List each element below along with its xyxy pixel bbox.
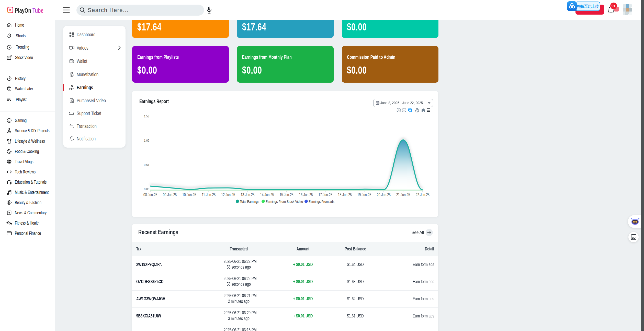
svg-text:09-Jun-25: 09-Jun-25 bbox=[163, 193, 177, 197]
svg-text:1.53: 1.53 bbox=[144, 114, 149, 118]
svg-text:0.51: 0.51 bbox=[144, 163, 149, 167]
svg-text:1.02: 1.02 bbox=[144, 139, 149, 142]
svg-text:Total Earnings: Total Earnings bbox=[240, 199, 259, 204]
svg-text:Earnings From ads: Earnings From ads bbox=[309, 199, 334, 204]
svg-text:16-Jun-25: 16-Jun-25 bbox=[299, 193, 313, 197]
svg-text:18-Jun-25: 18-Jun-25 bbox=[338, 193, 352, 197]
svg-text:08-Jun-25: 08-Jun-25 bbox=[143, 193, 157, 197]
svg-text:12-Jun-25: 12-Jun-25 bbox=[221, 193, 235, 197]
svg-text:22-Jun-25: 22-Jun-25 bbox=[416, 193, 430, 197]
svg-text:11-Jun-25: 11-Jun-25 bbox=[202, 193, 216, 197]
svg-text:0.00: 0.00 bbox=[144, 187, 149, 191]
svg-text:21-Jun-25: 21-Jun-25 bbox=[396, 193, 410, 197]
svg-text:Earnings From Stock Video: Earnings From Stock Video bbox=[266, 199, 303, 204]
svg-text:19-Jun-25: 19-Jun-25 bbox=[357, 193, 371, 197]
svg-text:13-Jun-25: 13-Jun-25 bbox=[241, 193, 254, 197]
svg-text:15-Jun-25: 15-Jun-25 bbox=[280, 193, 293, 197]
svg-text:14-Jun-25: 14-Jun-25 bbox=[260, 193, 274, 197]
svg-text:10-Jun-25: 10-Jun-25 bbox=[182, 193, 196, 197]
svg-text:17-Jun-25: 17-Jun-25 bbox=[319, 193, 332, 197]
svg-text:20-Jun-25: 20-Jun-25 bbox=[377, 193, 391, 197]
